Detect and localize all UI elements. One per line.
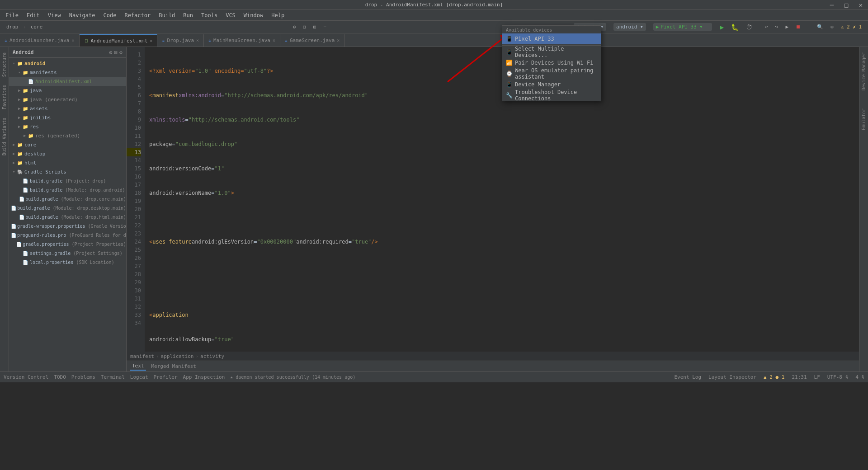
lf-display[interactable]: LF bbox=[814, 374, 820, 380]
favorites-tab[interactable]: Favorites bbox=[0, 81, 8, 113]
profile-button[interactable]: ⏱ bbox=[743, 23, 755, 32]
tree-java-generated[interactable]: ▶ 📁 java (generated) bbox=[9, 95, 126, 104]
tree-build-gradle-html[interactable]: 📄 build.gradle (Module: drop.html.main) bbox=[9, 212, 126, 221]
toolbar-icon-run2[interactable]: ▶ bbox=[783, 23, 791, 31]
breadcrumb-core[interactable]: core bbox=[28, 23, 46, 31]
tab-androidmanifest[interactable]: 🗒 AndroidManifest.xml × bbox=[80, 34, 158, 47]
tree-html[interactable]: ▶ 📁 html bbox=[9, 158, 126, 167]
tree-build-gradle-android[interactable]: 📄 build.gradle (Module: drop.android) bbox=[9, 185, 126, 194]
structure-tab[interactable]: Structure bbox=[0, 49, 8, 80]
tree-proguard[interactable]: 📄 proguard-rules.pro (ProGuard Rules for… bbox=[9, 230, 126, 240]
encoding-display[interactable]: UTF-8 § bbox=[827, 374, 848, 380]
breadcrumb-application[interactable]: application bbox=[161, 353, 194, 359]
breadcrumb-activity[interactable]: activity bbox=[200, 353, 224, 359]
menu-edit[interactable]: Edit bbox=[23, 11, 43, 19]
toolbar-warnings[interactable]: ⚠ 2 ✗ 1 bbox=[838, 23, 864, 31]
toolbar-icon-1[interactable]: ⊟ bbox=[300, 23, 309, 31]
menu-build[interactable]: Build bbox=[155, 11, 179, 19]
close-button[interactable]: ✕ bbox=[854, 0, 868, 10]
sync-button[interactable]: ⚙ bbox=[290, 23, 299, 31]
device-manager-tab[interactable]: Device Manager bbox=[860, 49, 868, 94]
tab-drop-close[interactable]: × bbox=[196, 38, 199, 43]
tree-core[interactable]: ▶ 📁 core bbox=[9, 140, 126, 149]
tab-androidmanifest-close[interactable]: × bbox=[150, 38, 152, 43]
maximize-button[interactable]: □ bbox=[839, 0, 854, 10]
tree-res[interactable]: ▶ 📁 res bbox=[9, 122, 126, 131]
toolbar-icon-search[interactable]: 🔍 bbox=[814, 23, 826, 31]
dropdown-pair-wifi[interactable]: 📶 Pair Devices Using Wi-Fi bbox=[502, 57, 601, 68]
menu-navigate[interactable]: Navigate bbox=[66, 11, 99, 19]
dropdown-select-multiple[interactable]: 📱 Select Multiple Devices... bbox=[502, 47, 601, 57]
version-control-btn[interactable]: Version Control bbox=[4, 374, 48, 380]
warnings-count[interactable]: ▲ 2 ● 1 bbox=[764, 374, 784, 380]
build-variants-tab[interactable]: Build Variants bbox=[0, 114, 8, 159]
menu-code[interactable]: Code bbox=[100, 11, 120, 19]
tab-gamescreen-close[interactable]: × bbox=[337, 38, 340, 43]
tree-gradle-wrapper[interactable]: 📄 gradle-wrapper.properties (Gradle Vers… bbox=[9, 221, 126, 230]
editor-scroll[interactable]: 12345 678910 1112131415 1617181920 21222… bbox=[127, 47, 859, 352]
tree-java[interactable]: ▶ 📁 java bbox=[9, 86, 126, 95]
todo-btn[interactable]: TODO bbox=[54, 374, 66, 380]
profiler-btn[interactable]: Profiler bbox=[154, 374, 178, 380]
tree-local-properties[interactable]: 📄 local.properties (SDK Location) bbox=[9, 258, 126, 267]
tree-desktop[interactable]: ▶ 📁 desktop bbox=[9, 149, 126, 158]
toolbar-icon-2[interactable]: ⊞ bbox=[311, 23, 319, 31]
debug-button[interactable]: 🐛 bbox=[728, 23, 741, 32]
tab-text[interactable]: Text bbox=[130, 362, 146, 371]
tree-settings-gradle[interactable]: 📄 settings.gradle (Project Settings) bbox=[9, 249, 126, 258]
menu-tools[interactable]: Tools bbox=[198, 11, 221, 19]
minimize-button[interactable]: ─ bbox=[825, 0, 839, 10]
tree-build-gradle-desktop[interactable]: 📄 build.gradle (Module: drop.desktop.mai… bbox=[9, 203, 126, 212]
dropdown-pixel-api33[interactable]: 📱 Pixel API 33 bbox=[502, 33, 601, 44]
panel-gear-icon[interactable]: ⚙ bbox=[119, 49, 123, 56]
panel-collapse-icon[interactable]: ⊟ bbox=[114, 49, 118, 56]
run-button[interactable]: ▶ bbox=[717, 23, 726, 32]
tab-androidlauncher-close[interactable]: × bbox=[71, 38, 74, 43]
breadcrumb-manifest[interactable]: manifest bbox=[130, 353, 154, 359]
tab-mainmenuscreen-close[interactable]: × bbox=[273, 38, 275, 43]
breadcrumb-drop[interactable]: drop bbox=[4, 23, 21, 31]
tab-mainmenuscreen[interactable]: ☕ MainMenuScreen.java × bbox=[204, 34, 280, 47]
tree-manifests[interactable]: ▾ 📁 manifests bbox=[9, 68, 126, 77]
panel-sync-icon[interactable]: ⚙ bbox=[109, 49, 112, 56]
toolbar-icon-3[interactable]: − bbox=[321, 23, 329, 31]
tree-jnilibs[interactable]: ▶ 📁 jniLibs bbox=[9, 113, 126, 122]
tree-build-gradle-project[interactable]: 📄 build.gradle (Project: drop) bbox=[9, 176, 126, 185]
tree-gradle-properties[interactable]: 📄 gradle.properties (Project Properties) bbox=[9, 240, 126, 249]
app-inspection-btn[interactable]: App Inspection bbox=[183, 374, 225, 380]
module-selector[interactable]: android ▾ bbox=[613, 23, 646, 31]
toolbar-icon-undo[interactable]: ↩ bbox=[762, 23, 771, 31]
toolbar-icon-settings[interactable]: ⚙ bbox=[828, 23, 836, 31]
tab-merged-manifest[interactable]: Merged Manifest bbox=[150, 362, 198, 370]
terminal-btn[interactable]: Terminal bbox=[101, 374, 125, 380]
tree-res-generated[interactable]: ▶ 📁 res (generated) bbox=[9, 131, 126, 140]
tree-android[interactable]: ▾ 📁 android bbox=[9, 59, 126, 68]
tab-drop[interactable]: ☕ Drop.java × bbox=[157, 34, 204, 47]
menu-window[interactable]: Window bbox=[240, 11, 267, 19]
tree-androidmanifest[interactable]: 📄 AndroidManifest.xml bbox=[9, 77, 126, 86]
menu-file[interactable]: File bbox=[2, 11, 22, 19]
toolbar-icon-stop[interactable]: ⏹ bbox=[793, 23, 803, 31]
device-selector[interactable]: ▶ Pixel API 33 ▾ bbox=[653, 23, 712, 31]
wear-os-icon: ⌚ bbox=[506, 70, 512, 77]
menu-refactor[interactable]: Refactor bbox=[121, 11, 154, 19]
dropdown-troubleshoot[interactable]: 🔧 Troubleshoot Device Connections bbox=[502, 90, 601, 101]
event-log-btn[interactable]: Event Log bbox=[674, 374, 701, 380]
tab-androidlauncher[interactable]: ☕ AndroidLauncher.java × bbox=[0, 34, 80, 47]
emulator-tab[interactable]: Emulator bbox=[860, 105, 868, 134]
menu-help[interactable]: Help bbox=[268, 11, 288, 19]
tab-gamescreen[interactable]: ☕ GameScreen.java × bbox=[280, 34, 344, 47]
menu-vcs[interactable]: VCS bbox=[222, 11, 239, 19]
logcat-btn[interactable]: Logcat bbox=[130, 374, 148, 380]
dropdown-wear-os[interactable]: ⌚ Wear OS emulator pairing assistant bbox=[502, 68, 601, 79]
indent-display[interactable]: 4 § bbox=[855, 374, 864, 380]
menu-run[interactable]: Run bbox=[179, 11, 197, 19]
tree-build-gradle-core[interactable]: 📄 build.gradle (Module: drop.core.main) bbox=[9, 194, 126, 203]
toolbar-icon-redo[interactable]: ↪ bbox=[773, 23, 781, 31]
tree-assets[interactable]: ▶ 📁 assets bbox=[9, 104, 126, 113]
tree-gradle-scripts[interactable]: ▾ 🐘 Gradle Scripts bbox=[9, 167, 126, 176]
menu-view[interactable]: View bbox=[44, 11, 65, 19]
layout-inspector-btn[interactable]: Layout Inspector bbox=[708, 374, 756, 380]
dropdown-device-manager[interactable]: 📱 Device Manager bbox=[502, 79, 601, 90]
problems-btn[interactable]: Problems bbox=[71, 374, 95, 380]
